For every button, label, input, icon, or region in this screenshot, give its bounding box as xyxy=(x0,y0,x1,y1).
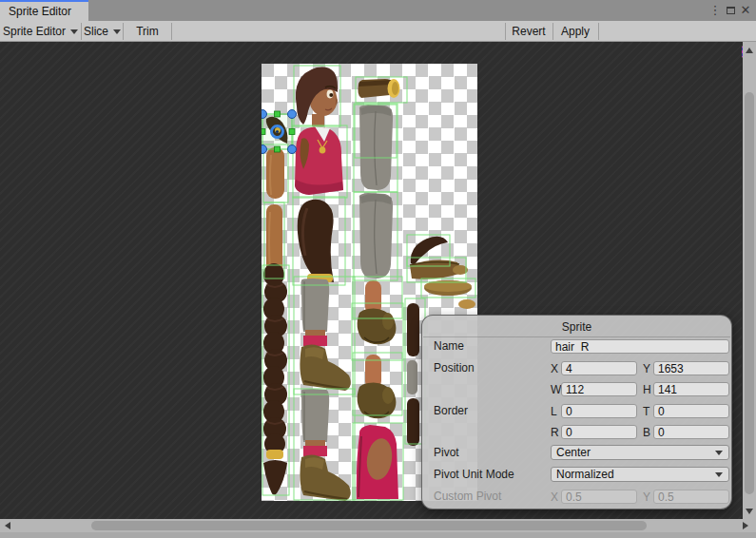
custom-pivot-x-field: 0.5 xyxy=(561,490,637,504)
w-prefix: W xyxy=(551,383,561,396)
name-field[interactable]: hair_R xyxy=(551,339,729,354)
pivot-unit-mode-label: Pivot Unit Mode xyxy=(434,467,514,483)
position-x-field[interactable]: 4 xyxy=(561,361,637,375)
border-r-field[interactable]: 0 xyxy=(561,425,637,439)
h-prefix: H xyxy=(643,383,653,396)
pivot-dot xyxy=(276,130,279,133)
y-prefix: Y xyxy=(643,362,653,375)
sprite-piece-arm-a[interactable] xyxy=(266,147,284,199)
pivot-label: Pivot xyxy=(434,445,459,461)
l-prefix: L xyxy=(551,405,561,418)
pivot-unit-mode-dropdown[interactable]: Normalized xyxy=(551,467,729,482)
sprite-piece-fist[interactable] xyxy=(358,280,397,344)
maximize-icon[interactable] xyxy=(723,0,738,21)
pivot-dropdown[interactable]: Center xyxy=(551,445,729,460)
chevron-down-icon xyxy=(715,472,723,477)
border-label: Border xyxy=(434,403,468,419)
vertical-scrollbar[interactable] xyxy=(743,42,756,519)
sprite-piece-column[interactable] xyxy=(407,303,419,446)
tab-strip: Sprite Editor ⋮ ✕ xyxy=(0,0,756,21)
scroll-up-icon[interactable] xyxy=(746,48,753,53)
sprite-piece-vest[interactable] xyxy=(295,126,343,195)
custom-pivot-label: Custom Pivot xyxy=(434,489,501,505)
custom-pivot-y-field: 0.5 xyxy=(653,490,729,504)
separator xyxy=(171,23,172,40)
sprite-piece-belt[interactable] xyxy=(424,280,475,309)
sprite-editor-window: Sprite Editor ⋮ ✕ Sprite Editor Slice Tr… xyxy=(0,0,756,538)
divider xyxy=(423,336,730,337)
chevron-down-icon xyxy=(70,29,78,34)
custom-pivot-y-prefix: Y xyxy=(643,490,653,504)
r-prefix: R xyxy=(551,426,561,439)
sprite-piece-collar[interactable] xyxy=(410,260,468,279)
panel-title: Sprite xyxy=(422,320,731,334)
sprite-editor-dropdown[interactable]: Sprite Editor xyxy=(0,21,81,42)
width-field[interactable]: 112 xyxy=(561,382,637,396)
x-prefix: X xyxy=(551,362,561,375)
selection-handles[interactable] xyxy=(262,110,297,154)
status-strip xyxy=(0,532,756,538)
apply-button[interactable]: Apply xyxy=(553,21,597,42)
chevron-down-icon xyxy=(113,29,121,34)
separator xyxy=(598,23,599,40)
horizontal-scrollbar-thumb[interactable] xyxy=(91,521,647,530)
scroll-right-icon[interactable] xyxy=(743,522,748,529)
name-label: Name xyxy=(434,338,464,355)
sprite-piece-leg-boot[interactable] xyxy=(300,279,350,391)
border-t-field[interactable]: 0 xyxy=(653,404,729,418)
sprite-piece-hood[interactable] xyxy=(357,425,398,499)
sprite-piece-braid[interactable] xyxy=(263,263,287,495)
horizontal-scrollbar[interactable] xyxy=(0,519,756,532)
vertical-scrollbar-thumb[interactable] xyxy=(745,92,754,494)
revert-button[interactable]: Revert xyxy=(506,21,552,42)
chevron-down-icon xyxy=(715,451,723,455)
sprite-piece-arm-upper[interactable] xyxy=(358,79,399,98)
t-prefix: T xyxy=(643,405,653,418)
sprite-inspector-panel: Sprite Name hair_R Position X 4 Y 1653 W… xyxy=(421,315,732,509)
tab-sprite-editor[interactable]: Sprite Editor xyxy=(0,0,88,21)
sprite-piece-thigh[interactable] xyxy=(298,200,334,282)
scroll-down-icon[interactable] xyxy=(746,509,753,514)
border-b-field[interactable]: 0 xyxy=(653,425,729,439)
sprite-piece-shin[interactable] xyxy=(359,105,393,190)
border-l-field[interactable]: 0 xyxy=(561,404,637,418)
custom-pivot-x-prefix: X xyxy=(551,490,561,504)
trim-button[interactable]: Trim xyxy=(124,21,171,42)
position-label: Position xyxy=(434,360,475,376)
slice-dropdown[interactable]: Slice xyxy=(82,21,123,42)
close-icon[interactable]: ✕ xyxy=(738,0,753,21)
window-menu-icon[interactable]: ⋮ xyxy=(708,0,723,21)
b-prefix: B xyxy=(643,426,653,439)
sprite-piece-head[interactable] xyxy=(296,67,338,126)
scroll-left-icon[interactable] xyxy=(5,522,10,529)
toolbar: Sprite Editor Slice Trim Revert Apply xyxy=(0,21,756,42)
position-y-field[interactable]: 1653 xyxy=(653,361,729,375)
height-field[interactable]: 141 xyxy=(653,382,729,396)
tab-label: Sprite Editor xyxy=(9,5,71,18)
